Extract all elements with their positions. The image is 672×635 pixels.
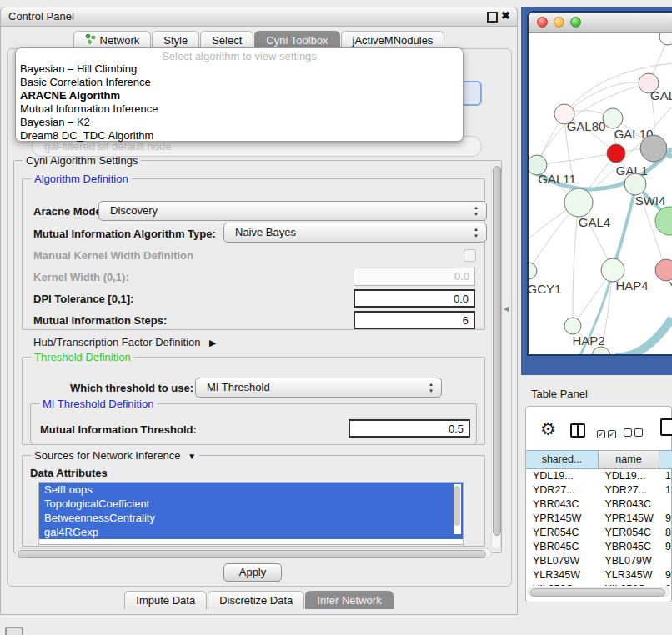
table-row[interactable]: YDR27...YDR27...12 — [526, 483, 672, 498]
table-horizontal-scrollbar[interactable] — [528, 587, 669, 597]
table-body: YDL19...YDL19...13YDR27...YDR27...12YBR0… — [526, 469, 672, 586]
table-cell: YDR27... — [526, 483, 598, 498]
tab-infer-network[interactable]: Infer Network — [305, 591, 393, 609]
manual-kernel-checkbox[interactable] — [464, 249, 476, 262]
node-GAL1[interactable] — [607, 144, 625, 162]
network-view-window[interactable]: GALGAL80GAL10GAL1GAL11SWI4GAL4GCY1HAP4YH… — [527, 11, 672, 356]
tab-label: Network — [100, 32, 140, 49]
minimize-traffic-light-icon[interactable] — [554, 17, 564, 28]
table-cell: YBL079W — [598, 554, 659, 568]
import-table-icon[interactable] — [660, 418, 672, 436]
table-row[interactable]: YBL079WYBL079W — [526, 554, 672, 568]
network-canvas[interactable]: GALGAL80GAL10GAL1GAL11SWI4GAL4GCY1HAP4YH… — [529, 33, 672, 356]
table-row[interactable]: YBR045CYBR045C9. — [526, 540, 672, 554]
tab-impute-data[interactable]: Impute Data — [124, 591, 207, 609]
node-gray-node[interactable] — [640, 135, 667, 162]
aracne-mode-combo[interactable]: Discovery ▴▾ — [98, 201, 487, 221]
screenshot-root: Control Panel ✖ NetworkStyleSelectCyni T… — [0, 0, 672, 635]
column-header[interactable]: name — [599, 450, 659, 469]
gear-icon[interactable]: ⚙ — [540, 419, 556, 439]
apply-button[interactable]: Apply — [223, 563, 282, 582]
mi-threshold-input[interactable]: 0.5 — [349, 419, 470, 438]
node-label-pink-y: Y — [669, 278, 672, 292]
network-window-titlebar[interactable] — [529, 12, 672, 33]
float-window-icon[interactable] — [487, 12, 498, 22]
node-top-right[interactable] — [659, 33, 672, 45]
aracne-mode-label: Aracne Mode: — [33, 205, 105, 218]
table-cell: YBR045C — [598, 540, 659, 554]
node-bottom-partial[interactable] — [592, 347, 610, 356]
table-row[interactable]: YBR043CYBR043C — [526, 498, 672, 512]
dropdown-item[interactable]: Dream8 DC_TDC Algorithm — [16, 129, 463, 142]
table-cell: YPR145W — [598, 512, 659, 526]
dropdown-item[interactable]: Mutual Information Inference — [16, 102, 463, 116]
attribute-list-item[interactable]: BetweennessCentrality — [39, 511, 463, 525]
algorithm-dropdown-list: Bayesian – Hill ClimbingBasic Correlatio… — [16, 62, 463, 142]
node-GCY1[interactable] — [529, 262, 537, 279]
columns-icon[interactable] — [570, 423, 585, 438]
table-cell: 9. — [659, 512, 672, 526]
table-cell: YLR345W — [526, 568, 598, 582]
attribute-list-item[interactable]: TopologicalCoefficient — [39, 497, 463, 511]
tab-label: Infer Network — [317, 592, 381, 609]
node-GAL10[interactable] — [603, 108, 623, 128]
algorithm-dropdown-popup: Select algorithm to view settings Bayesi… — [15, 48, 464, 142]
table-row[interactable]: YDL19...YDL19...13 — [526, 469, 672, 483]
table-row[interactable]: YPR145WYPR145W9. — [526, 512, 672, 526]
tab-cyni-toolbox[interactable]: Cyni Toolbox — [254, 31, 339, 49]
corner-widget[interactable] — [5, 627, 23, 635]
column-header[interactable] — [659, 450, 672, 469]
close-icon[interactable]: ✖ — [501, 9, 510, 22]
list-vertical-scrollbar[interactable] — [454, 484, 461, 534]
dpi-tolerance-input[interactable]: 0.0 — [354, 289, 475, 308]
node-HAP2[interactable] — [564, 318, 581, 334]
panel-splitter-handle[interactable]: ◀ — [504, 305, 509, 312]
control-panel-titlebar[interactable] — [0, 7, 518, 27]
table-row[interactable]: YIL052CYIL052C9 — [526, 582, 672, 586]
select-all-checks-icon[interactable]: ✓✓ — [597, 427, 619, 439]
dpi-tolerance-label: DPI Tolerance [0,1]: — [33, 292, 133, 305]
control-panel-title: Control Panel — [8, 10, 74, 22]
deselect-all-checks-icon[interactable] — [624, 427, 645, 439]
tab-jactivemnodules[interactable]: jActiveMNodules — [341, 31, 445, 49]
zoom-traffic-light-icon[interactable] — [570, 17, 581, 28]
list-scrollbar-thumb[interactable] — [454, 486, 460, 526]
mi-steps-input[interactable]: 6 — [354, 311, 475, 329]
dropdown-item[interactable]: ARACNE Algorithm — [16, 89, 463, 102]
table-row[interactable]: YER054CYER054C8. — [526, 526, 672, 540]
node-big-green[interactable] — [655, 207, 672, 235]
settings-scrollbar-thumb[interactable] — [493, 166, 501, 536]
dropdown-item[interactable]: Basic Correlation Inference — [16, 76, 463, 89]
node-label-GCY1: GCY1 — [529, 282, 561, 296]
table-cell: YPR145W — [526, 512, 598, 526]
tab-select[interactable]: Select — [200, 31, 253, 49]
table-hscrollbar-thumb[interactable] — [530, 588, 665, 597]
hub-definition-label: Hub/Transcription Factor Definition — [33, 336, 200, 348]
teal-edge — [615, 318, 672, 356]
table-cell: YBL079W — [526, 554, 598, 568]
close-traffic-light-icon[interactable] — [537, 17, 548, 28]
node-label-GAL11: GAL11 — [538, 172, 576, 186]
table-cell: 9 — [659, 582, 672, 586]
table-row[interactable]: YLR345WYLR345W9. — [526, 568, 672, 582]
gray-edge — [537, 153, 616, 165]
node-GAL4[interactable] — [564, 188, 593, 217]
hub-definition-expander[interactable]: Hub/Transcription Factor Definition ▶ — [33, 336, 216, 348]
algorithm-definition-legend: Algorithm Definition — [31, 172, 132, 185]
mi-type-combo[interactable]: Naive Bayes ▴▾ — [223, 222, 487, 242]
tab-discretize-data[interactable]: Discretize Data — [208, 591, 304, 609]
hscrollbar-thumb[interactable] — [18, 550, 486, 558]
which-threshold-combo[interactable]: MI Threshold ▴▾ — [195, 378, 442, 398]
sources-legend[interactable]: Sources for Network Inference ▼ — [31, 449, 199, 462]
dropdown-item[interactable]: Bayesian – K2 — [16, 116, 463, 129]
column-header[interactable]: shared... — [526, 450, 599, 469]
kernel-width-input[interactable]: 0.0 — [354, 268, 475, 286]
settings-vertical-scrollbar[interactable] — [491, 163, 501, 550]
settings-horizontal-scrollbar[interactable] — [15, 548, 492, 558]
attribute-list-item[interactable]: SelfLoops — [39, 482, 463, 497]
node-SWI4[interactable] — [624, 173, 646, 195]
tab-style[interactable]: Style — [152, 31, 199, 49]
tab-network[interactable]: Network — [73, 31, 152, 49]
dropdown-item[interactable]: Bayesian – Hill Climbing — [16, 62, 463, 76]
attribute-list-item[interactable]: gal4RGexp — [39, 525, 463, 539]
